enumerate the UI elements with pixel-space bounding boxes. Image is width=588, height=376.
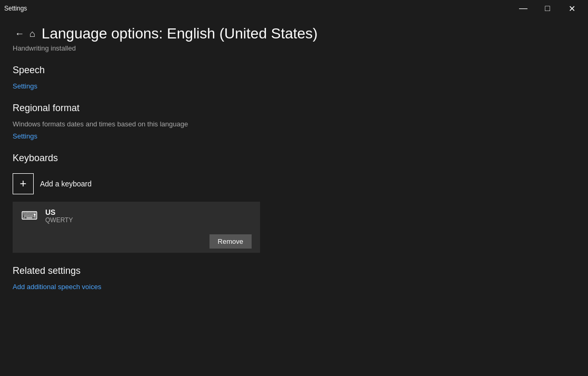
minimize-button[interactable]: — (511, 0, 535, 17)
add-keyboard-label: Add a keyboard (40, 180, 92, 188)
keyboard-item: ⌨ US QWERTY Remove (13, 202, 260, 253)
speech-section: Speech Settings (13, 65, 575, 90)
title-bar-left: Settings (4, 5, 27, 12)
home-icon: ⌂ (29, 28, 35, 39)
add-keyboard-button[interactable]: + Add a keyboard (13, 170, 575, 197)
plus-icon: + (20, 177, 27, 191)
regional-format-section: Regional format Windows formats dates an… (13, 103, 575, 140)
keyboard-name: US (45, 208, 73, 216)
speech-heading: Speech (13, 65, 575, 76)
title-bar-controls: — □ ✕ (511, 0, 584, 17)
regional-format-heading: Regional format (13, 103, 575, 114)
keyboards-heading: Keyboards (13, 153, 575, 164)
add-speech-voices-link[interactable]: Add additional speech voices (13, 283, 575, 291)
page-header: ← ⌂ Language options: English (United St… (13, 25, 575, 42)
keyboard-item-top: ⌨ US QWERTY (21, 208, 252, 230)
speech-settings-link[interactable]: Settings (13, 82, 575, 90)
keyboard-info: US QWERTY (45, 208, 73, 224)
regional-format-settings-link[interactable]: Settings (13, 132, 575, 140)
regional-format-description: Windows formats dates and times based on… (13, 120, 575, 128)
keyboard-icon: ⌨ (21, 209, 38, 223)
keyboard-type: QWERTY (45, 216, 73, 224)
related-settings-section: Related settings Add additional speech v… (13, 265, 575, 291)
related-settings-heading: Related settings (13, 265, 575, 276)
content-area: ← ⌂ Language options: English (United St… (0, 17, 588, 376)
keyboards-section: Keyboards + Add a keyboard ⌨ US QWERTY R… (13, 153, 575, 253)
close-button[interactable]: ✕ (560, 0, 584, 17)
add-keyboard-icon-box: + (13, 173, 34, 194)
remove-keyboard-button[interactable]: Remove (210, 234, 252, 249)
title-bar: Settings — □ ✕ (0, 0, 588, 17)
page-title: Language options: English (United States… (42, 25, 318, 42)
app-title: Settings (4, 5, 27, 12)
keyboard-item-bottom: Remove (21, 230, 252, 253)
page-subtitle: Handwriting installed (13, 44, 575, 52)
back-button[interactable]: ← (13, 26, 26, 42)
maximize-button[interactable]: □ (535, 0, 560, 17)
